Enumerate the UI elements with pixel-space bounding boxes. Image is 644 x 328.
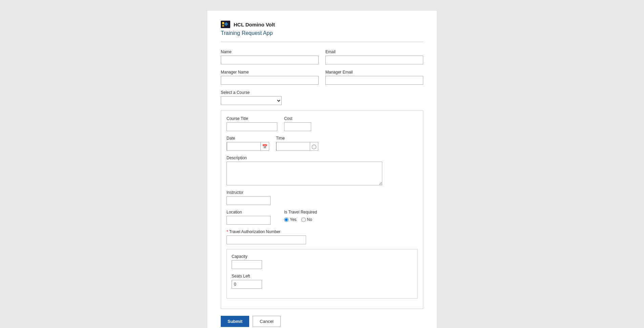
cost-label: Cost: [284, 116, 311, 121]
select-course-label: Select a Course: [221, 90, 423, 95]
cancel-button[interactable]: Cancel: [253, 316, 280, 327]
capacity-group: Capacity: [232, 254, 412, 269]
course-section: Course Title Cost Date 📅 Time: [221, 110, 423, 309]
cost-group: Cost: [284, 116, 311, 131]
seats-left-input[interactable]: [232, 280, 262, 289]
manager-name-label: Manager Name: [221, 70, 319, 75]
submit-button[interactable]: Submit: [221, 316, 249, 327]
is-travel-label: Is Travel Required: [284, 210, 317, 214]
calendar-icon[interactable]: 📅: [261, 143, 269, 150]
travel-no-radio[interactable]: [301, 218, 306, 222]
manager-email-input[interactable]: [325, 76, 423, 85]
travel-yes-option[interactable]: Yes: [284, 217, 297, 222]
app-subtitle: Training Request App: [221, 30, 423, 36]
svg-rect-3: [222, 25, 224, 27]
button-row: Submit Cancel: [221, 316, 423, 327]
travel-radio-options: Yes No: [284, 217, 317, 222]
manager-name-group: Manager Name: [221, 70, 319, 85]
capacity-label: Capacity: [232, 254, 412, 259]
description-row: Description: [227, 156, 417, 185]
required-star: *: [227, 229, 228, 234]
manager-row: Manager Name Manager Email: [221, 70, 423, 85]
name-label: Name: [221, 49, 319, 54]
date-label: Date: [227, 136, 269, 141]
travel-no-option[interactable]: No: [301, 217, 312, 222]
travel-auth-input[interactable]: [227, 235, 306, 244]
app-header: HCL Domino Volt: [221, 21, 423, 28]
name-email-row: Name Email: [221, 49, 423, 64]
date-time-row: Date 📅 Time ◯: [227, 136, 417, 151]
name-input[interactable]: [221, 56, 319, 64]
capacity-section: Capacity Seats Left: [227, 249, 417, 299]
email-label: Email: [325, 49, 423, 54]
date-input-wrapper: 📅: [227, 142, 269, 151]
page-container: HCL Domino Volt Training Request App Nam…: [207, 10, 437, 328]
email-group: Email: [325, 49, 423, 64]
instructor-label: Instructor: [227, 190, 271, 195]
date-input[interactable]: [227, 142, 261, 151]
select-course-group: Select a Course: [221, 90, 423, 105]
course-title-cost-row: Course Title Cost: [227, 116, 417, 131]
travel-auth-label: *Travel Authorization Number: [227, 229, 306, 234]
description-label: Description: [227, 156, 382, 160]
description-group: Description: [227, 156, 382, 185]
travel-yes-label: Yes: [290, 217, 297, 222]
travel-required-group: Is Travel Required Yes No: [284, 210, 317, 222]
location-label: Location: [227, 210, 271, 214]
travel-auth-group: *Travel Authorization Number: [227, 229, 306, 244]
header-divider: [221, 42, 423, 42]
manager-email-label: Manager Email: [325, 70, 423, 75]
name-group: Name: [221, 49, 319, 64]
app-logo-icon: [221, 21, 230, 28]
travel-no-label: No: [307, 217, 312, 222]
description-textarea[interactable]: [227, 162, 382, 185]
date-group: Date 📅: [227, 136, 269, 151]
time-input[interactable]: [276, 142, 310, 151]
location-input[interactable]: [227, 216, 271, 225]
course-title-group: Course Title: [227, 116, 277, 131]
seats-left-group: Seats Left: [232, 274, 412, 289]
svg-marker-1: [222, 22, 224, 24]
travel-auth-row: *Travel Authorization Number: [227, 229, 417, 244]
clock-icon[interactable]: ◯: [310, 143, 318, 150]
instructor-input[interactable]: [227, 196, 271, 205]
capacity-input[interactable]: [232, 260, 262, 269]
app-title: HCL Domino Volt: [234, 22, 275, 27]
select-course-dropdown[interactable]: [221, 96, 282, 105]
email-input[interactable]: [325, 56, 423, 64]
instructor-row: Instructor: [227, 190, 417, 205]
time-group: Time ◯: [276, 136, 318, 151]
cost-input[interactable]: [284, 122, 311, 131]
time-label: Time: [276, 136, 318, 141]
time-input-wrapper: ◯: [276, 142, 318, 151]
seats-left-label: Seats Left: [232, 274, 412, 279]
course-title-input[interactable]: [227, 122, 277, 131]
travel-yes-radio[interactable]: [284, 218, 288, 222]
manager-name-input[interactable]: [221, 76, 319, 85]
location-travel-row: Location Is Travel Required Yes No: [227, 210, 417, 225]
instructor-group: Instructor: [227, 190, 271, 205]
manager-email-group: Manager Email: [325, 70, 423, 85]
location-group: Location: [227, 210, 271, 225]
course-title-label: Course Title: [227, 116, 277, 121]
